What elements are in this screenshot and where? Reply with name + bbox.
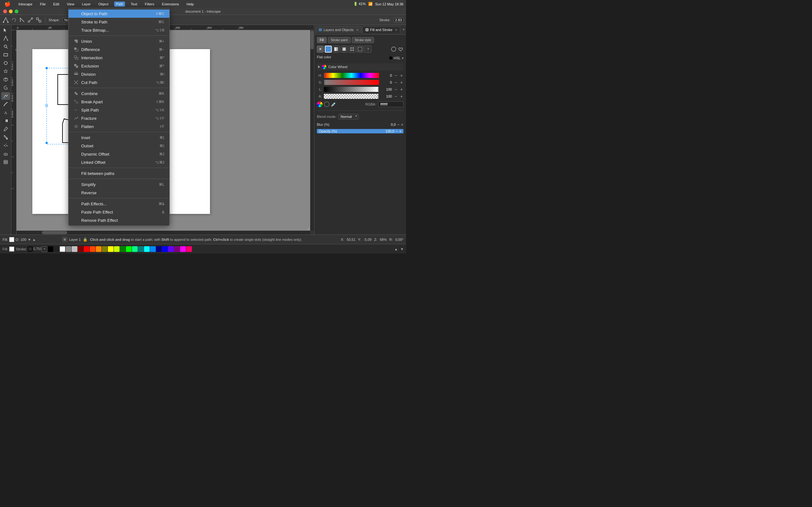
spiral-tool[interactable] bbox=[1, 84, 10, 92]
swatch-violet[interactable] bbox=[168, 246, 174, 252]
menu-paste-path-effect[interactable]: Paste Path Effect & bbox=[68, 208, 169, 216]
minimize-button[interactable] bbox=[9, 9, 13, 13]
extensions-menu[interactable]: Extensions bbox=[160, 2, 181, 7]
close-fill-tab[interactable]: ✕ bbox=[395, 28, 397, 32]
inkscape-menu[interactable]: Inkscape bbox=[16, 2, 34, 7]
swatch-maroon[interactable] bbox=[78, 246, 84, 252]
hue-slider[interactable] bbox=[324, 73, 379, 78]
swatch-prev[interactable]: ▲ bbox=[393, 247, 399, 251]
swatch-orange[interactable] bbox=[96, 246, 101, 252]
unknown-paint-btn[interactable]: ? bbox=[364, 46, 371, 53]
hsl-dropdown[interactable]: HSL ▾ bbox=[389, 56, 403, 60]
swatch-navy[interactable] bbox=[156, 246, 162, 252]
scrollbar-thumb-h[interactable] bbox=[42, 231, 67, 234]
a-plus[interactable]: + bbox=[400, 94, 403, 99]
radial-gradient-btn[interactable] bbox=[341, 46, 348, 53]
text-menu[interactable]: Text bbox=[129, 2, 139, 7]
select-tool[interactable] bbox=[1, 26, 10, 34]
swatch-white[interactable] bbox=[60, 246, 65, 252]
s-plus[interactable]: + bbox=[400, 80, 403, 85]
swatch-next[interactable]: ▼ bbox=[399, 247, 405, 251]
blur-minus[interactable]: − bbox=[397, 122, 400, 127]
hsl-dropdown-arrow[interactable]: ▾ bbox=[402, 56, 403, 60]
menu-break-apart[interactable]: Break Apart ⇧⌘K bbox=[68, 98, 169, 106]
view-menu[interactable]: View bbox=[65, 2, 77, 7]
menu-inset[interactable]: Inset ⌘( bbox=[68, 133, 169, 142]
menu-union[interactable]: Union ⌘+ bbox=[68, 37, 169, 45]
color-wheel-expand[interactable]: Color Wheel bbox=[317, 63, 403, 70]
swatch-silver[interactable] bbox=[72, 246, 78, 252]
menu-flatten[interactable]: Flatten ⇧F bbox=[68, 122, 169, 130]
tab-layers-objects[interactable]: Layers and Objects ✕ bbox=[316, 26, 362, 33]
swatch-magenta[interactable] bbox=[180, 246, 186, 252]
menu-combine[interactable]: Combine ⌘K bbox=[68, 89, 169, 98]
menu-exclusion[interactable]: Exclusion ⌘^ bbox=[68, 62, 169, 70]
saturation-slider[interactable] bbox=[324, 80, 379, 85]
color-picker-btn[interactable] bbox=[317, 101, 322, 107]
menu-split-path[interactable]: Split Path ⌥⇧K bbox=[68, 106, 169, 114]
vertical-scrollbar[interactable] bbox=[310, 30, 314, 231]
file-menu[interactable]: File bbox=[38, 2, 48, 7]
text-tool[interactable]: A bbox=[1, 109, 10, 116]
dropper-tool[interactable] bbox=[1, 125, 10, 133]
opacity-stepper-down[interactable]: ▼ bbox=[28, 238, 31, 241]
fill-swatch-box[interactable] bbox=[9, 246, 14, 251]
swatch-red[interactable] bbox=[84, 246, 90, 252]
swatch-btn[interactable] bbox=[357, 46, 363, 53]
menu-simplify[interactable]: Simplify ⌘L bbox=[68, 180, 169, 188]
close-button[interactable] bbox=[3, 9, 7, 13]
blend-mode-dropdown[interactable]: Normal bbox=[339, 114, 359, 119]
3d-box-tool[interactable] bbox=[1, 76, 10, 83]
opacity-stepper-up[interactable]: ▲ bbox=[32, 238, 36, 241]
stroke-swatch-box[interactable] bbox=[28, 246, 33, 251]
no-color-swatch[interactable]: ✕ bbox=[42, 246, 47, 252]
menu-remove-path-effect[interactable]: Remove Path Effect bbox=[68, 216, 169, 224]
opacity-bar-plus[interactable]: + bbox=[399, 129, 402, 134]
l-plus[interactable]: + bbox=[400, 87, 403, 92]
filters-menu[interactable]: Filters bbox=[143, 2, 156, 7]
menu-outset[interactable]: Outset ⌘) bbox=[68, 142, 169, 150]
layers-tool[interactable] bbox=[1, 158, 10, 166]
blur-plus[interactable]: + bbox=[401, 122, 403, 127]
eyedropper-circle-btn[interactable] bbox=[324, 101, 329, 107]
calligraphy-tool[interactable] bbox=[1, 101, 10, 108]
pattern-btn[interactable] bbox=[349, 46, 356, 53]
rect-tool[interactable] bbox=[1, 51, 10, 59]
canvas-options-icon[interactable]: ⊙ bbox=[307, 227, 310, 230]
h-plus[interactable]: + bbox=[400, 73, 403, 78]
swatch-blue[interactable] bbox=[162, 246, 168, 252]
edit-menu[interactable]: Edit bbox=[51, 2, 61, 7]
menu-object-to-path[interactable]: Object to Path ⇧⌘C bbox=[68, 9, 169, 18]
lightness-slider[interactable] bbox=[324, 87, 379, 92]
layer-menu[interactable]: Layer bbox=[80, 2, 93, 7]
scrollbar-thumb-v[interactable] bbox=[310, 31, 314, 49]
swatch-spring-green[interactable] bbox=[132, 246, 138, 252]
menu-fracture[interactable]: Fracture ⌥⇧F bbox=[68, 114, 169, 122]
stroke-style-tab[interactable]: Stroke style bbox=[352, 37, 374, 43]
swatch-azure[interactable] bbox=[150, 246, 156, 252]
swatch-teal[interactable] bbox=[138, 246, 144, 252]
a-minus[interactable]: − bbox=[394, 94, 398, 99]
alpha-slider[interactable] bbox=[324, 94, 379, 99]
apple-menu[interactable]: 🍎 bbox=[3, 0, 13, 8]
stroke-paint-tab[interactable]: Stroke paint bbox=[328, 37, 351, 43]
panel-chevron[interactable]: ▾ bbox=[403, 27, 405, 32]
swatch-lime[interactable] bbox=[126, 246, 132, 252]
opacity-bar-minus[interactable]: − bbox=[396, 129, 398, 134]
swatch-purple[interactable] bbox=[174, 246, 180, 252]
menu-cut-path[interactable]: Cut Path ⌥⌘/ bbox=[68, 78, 169, 87]
path-dropdown-menu[interactable]: Object to Path ⇧⌘C Stroke to Path ⌘C Tra… bbox=[68, 8, 170, 226]
menu-fill-between-paths[interactable]: Fill between paths bbox=[68, 169, 169, 177]
swatch-dark[interactable] bbox=[54, 246, 59, 252]
eyedropper-btn[interactable]: 💉 bbox=[331, 101, 337, 107]
close-layers-tab[interactable]: ✕ bbox=[356, 28, 359, 32]
menu-trace-bitmap[interactable]: Trace Bitmap... ⌥⇧B bbox=[68, 26, 169, 34]
no-color-btn[interactable]: ✕ bbox=[317, 46, 324, 53]
help-menu[interactable]: Help bbox=[185, 2, 196, 7]
lock-icon[interactable]: 🔒 bbox=[83, 237, 88, 242]
fill-tab[interactable]: Fill bbox=[317, 37, 327, 43]
s-minus[interactable]: − bbox=[394, 80, 398, 85]
menu-intersection[interactable]: Intersection ⌘* bbox=[68, 54, 169, 62]
swatch-black[interactable] bbox=[48, 246, 53, 252]
swatch-green[interactable] bbox=[120, 246, 125, 252]
